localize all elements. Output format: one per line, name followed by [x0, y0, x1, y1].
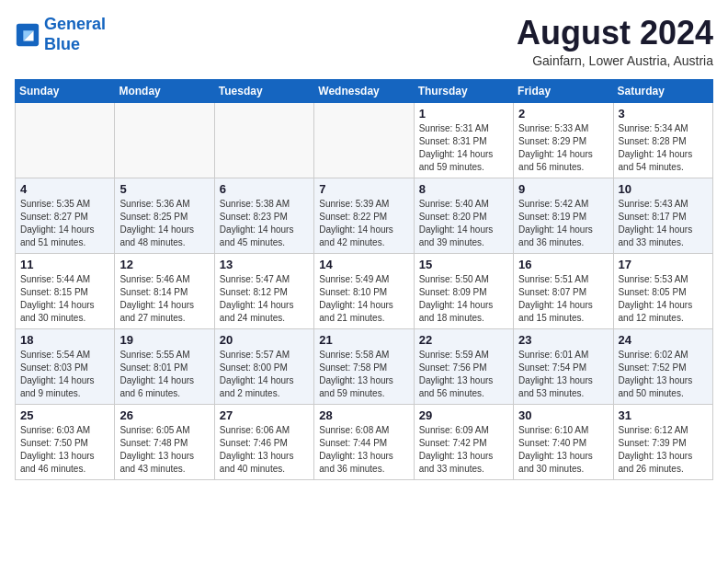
day-info: Sunrise: 6:01 AM Sunset: 7:54 PM Dayligh…: [518, 349, 608, 400]
day-info: Sunrise: 5:40 AM Sunset: 8:20 PM Dayligh…: [419, 198, 508, 249]
day-info: Sunrise: 5:54 AM Sunset: 8:03 PM Dayligh…: [20, 349, 109, 400]
calendar-cell: 23Sunrise: 6:01 AM Sunset: 7:54 PM Dayli…: [514, 328, 613, 404]
calendar-cell: 1Sunrise: 5:31 AM Sunset: 8:31 PM Daylig…: [414, 102, 513, 178]
day-info: Sunrise: 5:53 AM Sunset: 8:05 PM Dayligh…: [619, 273, 708, 325]
weekday-header-saturday: Saturday: [613, 79, 712, 102]
location-subtitle: Gainfarn, Lower Austria, Austria: [517, 53, 713, 68]
calendar-cell: 26Sunrise: 6:05 AM Sunset: 7:48 PM Dayli…: [115, 404, 214, 479]
calendar-cell: 13Sunrise: 5:47 AM Sunset: 8:12 PM Dayli…: [214, 253, 313, 328]
day-number: 9: [518, 182, 608, 196]
day-info: Sunrise: 6:06 AM Sunset: 7:46 PM Dayligh…: [220, 424, 309, 476]
day-info: Sunrise: 5:51 AM Sunset: 8:07 PM Dayligh…: [518, 273, 608, 325]
day-number: 20: [220, 333, 309, 347]
day-number: 6: [220, 182, 309, 196]
calendar-cell: 18Sunrise: 5:54 AM Sunset: 8:03 PM Dayli…: [16, 328, 115, 404]
weekday-header-row: SundayMondayTuesdayWednesdayThursdayFrid…: [16, 79, 713, 102]
day-info: Sunrise: 5:49 AM Sunset: 8:10 PM Dayligh…: [319, 273, 408, 325]
logo-icon: [15, 22, 40, 48]
calendar-cell: 30Sunrise: 6:10 AM Sunset: 7:40 PM Dayli…: [514, 404, 613, 479]
day-info: Sunrise: 5:58 AM Sunset: 7:58 PM Dayligh…: [319, 349, 408, 400]
calendar-cell: 29Sunrise: 6:09 AM Sunset: 7:42 PM Dayli…: [414, 404, 513, 479]
day-info: Sunrise: 5:43 AM Sunset: 8:17 PM Dayligh…: [619, 198, 708, 249]
day-number: 10: [619, 182, 708, 196]
calendar-cell: 19Sunrise: 5:55 AM Sunset: 8:01 PM Dayli…: [115, 328, 214, 404]
day-number: 27: [220, 408, 309, 422]
calendar-cell: 5Sunrise: 5:36 AM Sunset: 8:25 PM Daylig…: [115, 178, 214, 253]
weekday-header-tuesday: Tuesday: [214, 79, 313, 102]
day-number: 7: [319, 182, 408, 196]
day-number: 4: [20, 182, 109, 196]
day-number: 22: [419, 333, 508, 347]
day-info: Sunrise: 6:10 AM Sunset: 7:40 PM Dayligh…: [518, 424, 608, 476]
logo-text: General Blue: [44, 15, 106, 54]
day-number: 23: [518, 333, 608, 347]
calendar-cell: 16Sunrise: 5:51 AM Sunset: 8:07 PM Dayli…: [514, 253, 613, 328]
day-info: Sunrise: 5:35 AM Sunset: 8:27 PM Dayligh…: [20, 198, 109, 249]
calendar-cell: 17Sunrise: 5:53 AM Sunset: 8:05 PM Dayli…: [613, 253, 712, 328]
day-number: 13: [220, 258, 309, 271]
logo: General Blue: [15, 15, 106, 54]
day-info: Sunrise: 6:08 AM Sunset: 7:44 PM Dayligh…: [319, 424, 408, 476]
calendar-cell: 4Sunrise: 5:35 AM Sunset: 8:27 PM Daylig…: [16, 178, 115, 253]
day-info: Sunrise: 5:59 AM Sunset: 7:56 PM Dayligh…: [419, 349, 508, 400]
calendar-cell: 31Sunrise: 6:12 AM Sunset: 7:39 PM Dayli…: [613, 404, 712, 479]
calendar-cell: [16, 102, 115, 178]
day-number: 17: [619, 258, 708, 271]
day-number: 8: [419, 182, 508, 196]
day-info: Sunrise: 5:44 AM Sunset: 8:15 PM Dayligh…: [20, 273, 109, 325]
day-info: Sunrise: 5:57 AM Sunset: 8:00 PM Dayligh…: [220, 349, 309, 400]
day-number: 21: [319, 333, 408, 347]
calendar-cell: 22Sunrise: 5:59 AM Sunset: 7:56 PM Dayli…: [414, 328, 513, 404]
calendar-cell: 8Sunrise: 5:40 AM Sunset: 8:20 PM Daylig…: [414, 178, 513, 253]
day-number: 25: [20, 408, 109, 422]
month-year-title: August 2024: [517, 15, 713, 52]
day-info: Sunrise: 5:47 AM Sunset: 8:12 PM Dayligh…: [220, 273, 309, 325]
day-number: 1: [419, 107, 508, 121]
weekday-header-sunday: Sunday: [16, 79, 115, 102]
calendar-cell: 24Sunrise: 6:02 AM Sunset: 7:52 PM Dayli…: [613, 328, 712, 404]
day-info: Sunrise: 5:55 AM Sunset: 8:01 PM Dayligh…: [119, 349, 209, 400]
page-header: General Blue August 2024 Gainfarn, Lower…: [15, 15, 713, 68]
calendar-cell: 12Sunrise: 5:46 AM Sunset: 8:14 PM Dayli…: [115, 253, 214, 328]
day-info: Sunrise: 6:03 AM Sunset: 7:50 PM Dayligh…: [20, 424, 109, 476]
day-number: 30: [518, 408, 608, 422]
day-number: 28: [319, 408, 408, 422]
day-number: 16: [518, 258, 608, 271]
day-number: 5: [119, 182, 209, 196]
calendar-week-row: 11Sunrise: 5:44 AM Sunset: 8:15 PM Dayli…: [16, 253, 713, 328]
weekday-header-monday: Monday: [115, 79, 214, 102]
weekday-header-thursday: Thursday: [414, 79, 513, 102]
day-number: 29: [419, 408, 508, 422]
calendar-table: SundayMondayTuesdayWednesdayThursdayFrid…: [15, 79, 713, 480]
day-number: 18: [20, 333, 109, 347]
calendar-cell: 11Sunrise: 5:44 AM Sunset: 8:15 PM Dayli…: [16, 253, 115, 328]
day-info: Sunrise: 5:33 AM Sunset: 8:29 PM Dayligh…: [518, 122, 608, 174]
calendar-cell: [115, 102, 214, 178]
calendar-week-row: 25Sunrise: 6:03 AM Sunset: 7:50 PM Dayli…: [16, 404, 713, 479]
calendar-cell: 15Sunrise: 5:50 AM Sunset: 8:09 PM Dayli…: [414, 253, 513, 328]
day-info: Sunrise: 5:31 AM Sunset: 8:31 PM Dayligh…: [419, 122, 508, 174]
day-info: Sunrise: 5:39 AM Sunset: 8:22 PM Dayligh…: [319, 198, 408, 249]
day-info: Sunrise: 6:02 AM Sunset: 7:52 PM Dayligh…: [619, 349, 708, 400]
day-info: Sunrise: 6:05 AM Sunset: 7:48 PM Dayligh…: [119, 424, 209, 476]
day-info: Sunrise: 6:12 AM Sunset: 7:39 PM Dayligh…: [619, 424, 708, 476]
day-number: 3: [619, 107, 708, 121]
day-number: 19: [119, 333, 209, 347]
calendar-cell: 14Sunrise: 5:49 AM Sunset: 8:10 PM Dayli…: [314, 253, 414, 328]
calendar-cell: [314, 102, 414, 178]
day-info: Sunrise: 5:36 AM Sunset: 8:25 PM Dayligh…: [119, 198, 209, 249]
weekday-header-wednesday: Wednesday: [314, 79, 414, 102]
calendar-week-row: 18Sunrise: 5:54 AM Sunset: 8:03 PM Dayli…: [16, 328, 713, 404]
day-info: Sunrise: 5:50 AM Sunset: 8:09 PM Dayligh…: [419, 273, 508, 325]
day-info: Sunrise: 5:38 AM Sunset: 8:23 PM Dayligh…: [220, 198, 309, 249]
calendar-cell: 3Sunrise: 5:34 AM Sunset: 8:28 PM Daylig…: [613, 102, 712, 178]
day-number: 14: [319, 258, 408, 271]
calendar-cell: 20Sunrise: 5:57 AM Sunset: 8:00 PM Dayli…: [214, 328, 313, 404]
title-area: August 2024 Gainfarn, Lower Austria, Aus…: [517, 15, 713, 68]
weekday-header-friday: Friday: [514, 79, 613, 102]
calendar-cell: 28Sunrise: 6:08 AM Sunset: 7:44 PM Dayli…: [314, 404, 414, 479]
calendar-cell: 21Sunrise: 5:58 AM Sunset: 7:58 PM Dayli…: [314, 328, 414, 404]
day-number: 31: [619, 408, 708, 422]
calendar-cell: 9Sunrise: 5:42 AM Sunset: 8:19 PM Daylig…: [514, 178, 613, 253]
day-number: 24: [619, 333, 708, 347]
